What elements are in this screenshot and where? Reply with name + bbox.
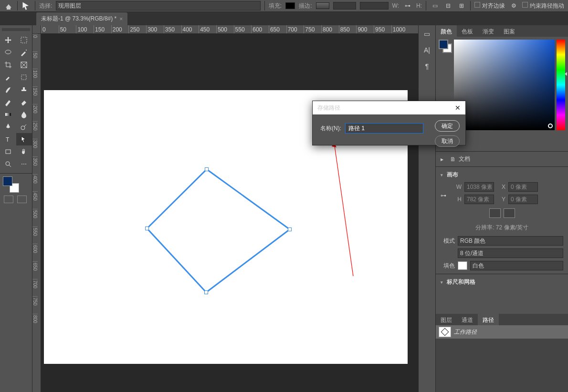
svg-rect-4 [21,75,26,80]
type-panel-icon[interactable]: A| [421,44,433,56]
mode-dropdown[interactable]: RGB 颜色 [458,236,563,246]
path-row[interactable]: 工作路径 [436,325,568,339]
lasso-tool[interactable] [0,46,16,59]
name-label: 名称(N): [320,124,341,133]
rect-tool[interactable] [0,145,16,158]
stroke-label: 描边: [299,2,312,10]
color-swatch-stack[interactable] [439,40,452,53]
svg-marker-10 [147,169,290,292]
height-input[interactable] [464,195,494,204]
more-tools[interactable]: ⋯ [16,158,32,170]
eyedropper-tool[interactable] [0,71,16,83]
collapsed-panels: ▭ A| ¶ [418,25,435,392]
fill-color-swatch[interactable] [458,261,467,270]
x-input[interactable] [508,182,538,192]
tab-color[interactable]: 颜色 [436,25,457,37]
anchor-point[interactable] [288,227,292,231]
hue-slider[interactable] [557,40,565,130]
svg-text:T: T [6,136,10,143]
ruler-vertical: 0501001502002503003504004505005506006507… [32,34,41,392]
anchor-point[interactable] [205,167,209,171]
save-path-dialog: 存储路径 ✕ 名称(N): 确定 取消 [312,101,466,145]
align-icon-2[interactable]: ⊟ [443,1,453,10]
anchor-point[interactable] [204,290,208,294]
resolution-label: 分辨率: 72 像素/英寸 [436,221,568,235]
tab-layers[interactable]: 图层 [436,314,457,325]
fill-swatch[interactable] [285,2,295,9]
path-thumbnail [439,327,451,337]
color-panel-tabs: 颜色 色板 渐变 图案 [436,25,568,37]
doc-icon: 🗎 [450,156,456,163]
ok-button[interactable]: 确定 [435,120,460,132]
link-wh-icon[interactable]: ⊶ [403,1,412,10]
select-label: 选择: [39,2,52,10]
dialog-titlebar[interactable]: 存储路径 ✕ [313,101,465,114]
cancel-button[interactable]: 取消 [435,135,460,147]
gear-icon[interactable]: ⚙ [509,1,518,10]
align-edges-checkbox[interactable]: 对齐边缘 [474,2,505,10]
hand-tool[interactable] [16,145,32,158]
history-brush-tool[interactable] [0,96,16,108]
orientation-toggle[interactable] [436,206,568,221]
move-tool[interactable] [0,34,16,46]
depth-dropdown[interactable]: 8 位/通道 [458,248,563,258]
align-icon-3[interactable]: ⊞ [457,1,466,10]
panels: 颜色 色板 渐变 图案 ▸🗎文档 画布 ⊶ WX HY 分辨率: 72 像素/英… [435,25,568,392]
direct-select-icon[interactable] [21,1,31,10]
marquee-tool[interactable] [16,34,32,46]
gradient-tool[interactable] [0,108,16,121]
canvas-header[interactable]: 画布 [436,169,568,181]
svg-point-2 [26,50,27,51]
tab-gradient[interactable]: 渐变 [478,25,499,37]
document-area: 0501001502002503003504004505005506006507… [32,25,418,392]
zoom-tool[interactable] [0,158,16,170]
ruler-grid-header[interactable]: 标尺和网格 [436,276,568,288]
width-input[interactable] [464,182,494,192]
stroke-width-dropdown[interactable] [333,2,356,10]
svg-rect-0 [21,37,27,43]
crop-tool[interactable] [0,59,16,71]
path-select-tool[interactable] [16,133,32,145]
close-icon[interactable]: ✕ [455,104,461,112]
y-input[interactable] [508,195,538,204]
color-swap[interactable] [3,176,19,193]
annotation-arrow [330,138,359,281]
brush-tool[interactable] [0,83,16,96]
stamp-tool[interactable] [16,83,32,96]
toolbox: T ⋯ [0,25,32,392]
fill-dropdown[interactable]: 白色 [470,261,563,270]
constrain-path-checkbox[interactable]: 约束路径拖动 [522,2,564,10]
align-icon-1[interactable]: ▭ [430,1,440,10]
tab-swatch[interactable]: 色板 [457,25,478,37]
stroke-style-dropdown[interactable] [360,2,389,10]
wand-tool[interactable] [16,46,32,59]
w-label: W: [392,2,399,9]
ruler-horizontal: 0501001502002503003504004505005506006507… [41,25,418,34]
tab-pattern[interactable]: 图案 [499,25,520,37]
tab-paths[interactable]: 路径 [478,314,499,325]
select-layer-dropdown[interactable]: 现用图层 [56,1,261,10]
eraser-tool[interactable] [16,96,32,108]
dodge-tool[interactable] [16,121,32,133]
path-name-input[interactable] [345,123,423,134]
pen-tool[interactable] [0,121,16,133]
document-tab[interactable]: 未标题-1 @ 73.3%(RGB/8#) * × [36,12,127,25]
quick-mask-toggle[interactable] [0,193,32,206]
link-icon[interactable]: ⊶ [441,181,446,206]
tab-channels[interactable]: 通道 [457,314,478,325]
blur-tool[interactable] [16,108,32,121]
paragraph-panel-icon[interactable]: ¶ [421,61,433,72]
close-icon[interactable]: × [119,16,123,22]
svg-rect-8 [6,150,11,154]
color-field[interactable] [454,40,555,130]
document-tabs: 未标题-1 @ 73.3%(RGB/8#) * × [0,12,568,25]
home-icon[interactable] [4,1,13,10]
patch-tool[interactable] [16,71,32,83]
frame-tool[interactable] [16,59,32,71]
anchor-point[interactable] [145,227,149,230]
paths-panel: 工作路径 [436,325,568,392]
stroke-swatch[interactable] [316,2,329,9]
type-tool[interactable]: T [0,133,16,145]
dialog-title: 存储路径 [317,104,340,112]
panel-icon[interactable]: ▭ [421,28,433,40]
